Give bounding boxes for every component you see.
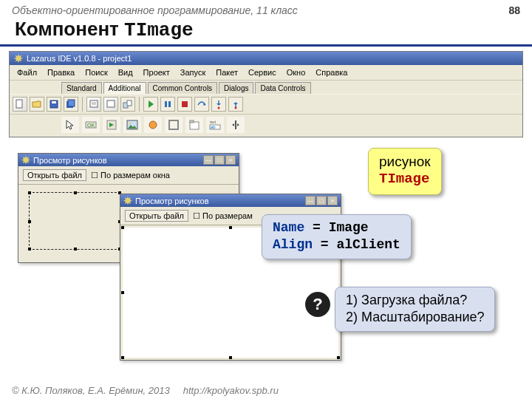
menu-file[interactable]: Файл bbox=[13, 66, 41, 78]
menu-window[interactable]: Окно bbox=[282, 66, 310, 78]
svg-point-14 bbox=[218, 107, 220, 109]
minimize-button[interactable]: — bbox=[203, 155, 214, 165]
pause-button[interactable] bbox=[160, 97, 175, 112]
equals: = bbox=[313, 237, 336, 252]
bevel-icon[interactable] bbox=[165, 117, 183, 133]
shape-icon[interactable] bbox=[144, 117, 162, 133]
svg-point-21 bbox=[149, 121, 157, 129]
image-design-rect[interactable] bbox=[29, 192, 120, 250]
menu-help[interactable]: Справка bbox=[311, 66, 352, 78]
tab-data-controls[interactable]: Data Controls bbox=[255, 82, 310, 94]
page-number: 88 bbox=[508, 4, 520, 16]
tab-standard[interactable]: Standard bbox=[61, 82, 102, 94]
step-into-button[interactable] bbox=[211, 97, 226, 112]
svg-point-20 bbox=[129, 123, 132, 125]
toggle-form-unit-button[interactable] bbox=[120, 97, 135, 112]
svg-rect-13 bbox=[182, 101, 188, 107]
svg-point-15 bbox=[235, 107, 237, 109]
menu-run[interactable]: Запуск bbox=[176, 66, 210, 78]
maximize-button[interactable]: □ bbox=[316, 196, 327, 205]
prop-align-row: Align = alClient bbox=[273, 236, 400, 253]
run-button[interactable] bbox=[143, 97, 158, 112]
question-badge: ? bbox=[305, 292, 330, 317]
checkbox-fit[interactable]: ☐ По размерам bbox=[193, 211, 253, 221]
component-palette: OK textab bbox=[10, 114, 522, 137]
tab-additional[interactable]: Additional bbox=[103, 82, 146, 94]
ide-toolbar bbox=[10, 94, 522, 114]
callout-timage: рисунок TImage bbox=[368, 148, 442, 195]
gear-icon bbox=[14, 54, 23, 63]
prop-name-row: Name = Image bbox=[273, 219, 400, 236]
svg-text:OK: OK bbox=[87, 123, 95, 128]
ide-menubar: Файл Правка Поиск Вид Проект Запуск Паке… bbox=[10, 65, 522, 81]
checkbox-fit-label: По размерам окна bbox=[100, 171, 170, 180]
callout-questions: 1) Загрузка файла? 2) Масштабирование? bbox=[335, 287, 495, 332]
svg-rect-12 bbox=[168, 101, 171, 107]
menu-search[interactable]: Поиск bbox=[81, 66, 112, 78]
checkbox-fit[interactable]: ☐ По размерам окна bbox=[91, 171, 170, 180]
svg-rect-0 bbox=[16, 100, 22, 108]
close-button[interactable]: × bbox=[327, 196, 338, 205]
notebook-icon[interactable] bbox=[185, 117, 203, 133]
prop-name-key: Name bbox=[273, 220, 304, 235]
open-file-button[interactable]: Открыть файл bbox=[125, 210, 188, 222]
course-label: Объектно-ориентированное программировани… bbox=[12, 4, 298, 16]
open-button[interactable] bbox=[30, 97, 44, 112]
gear-icon bbox=[123, 197, 132, 205]
svg-rect-10 bbox=[127, 100, 132, 106]
step-out-button[interactable] bbox=[228, 97, 243, 112]
menu-project[interactable]: Проект bbox=[139, 66, 174, 78]
bitbtn-icon[interactable]: OK bbox=[82, 117, 100, 133]
close-button[interactable]: × bbox=[225, 155, 236, 165]
labelededit-icon[interactable]: textab bbox=[206, 117, 224, 133]
toolbar-separator bbox=[82, 97, 83, 112]
menu-package[interactable]: Пакет bbox=[211, 66, 242, 78]
open-file-button[interactable]: Открыть файл bbox=[23, 169, 86, 181]
callout-line2: TImage bbox=[379, 171, 431, 188]
question-2: 2) Масштабирование? bbox=[346, 309, 484, 326]
save-all-button[interactable] bbox=[64, 97, 78, 112]
pointer-icon[interactable] bbox=[61, 117, 79, 133]
speedbutton-icon[interactable] bbox=[103, 117, 120, 133]
ide-titlebar: Lazarus IDE v1.0.8 - project1 bbox=[10, 52, 522, 65]
equals: = bbox=[304, 220, 328, 235]
save-button[interactable] bbox=[47, 97, 61, 112]
image-icon[interactable] bbox=[123, 117, 141, 133]
new-form-button[interactable] bbox=[86, 97, 101, 112]
form-list-button[interactable] bbox=[103, 97, 118, 112]
svg-rect-4 bbox=[68, 100, 75, 106]
tab-dialogs[interactable]: Dialogs bbox=[219, 82, 253, 94]
menu-edit[interactable]: Правка bbox=[43, 66, 79, 78]
menu-view[interactable]: Вид bbox=[114, 66, 137, 78]
slide-footer: © К.Ю. Поляков, Е.А. Ерёмин, 2013 http:/… bbox=[0, 385, 532, 396]
svg-rect-2 bbox=[52, 101, 56, 103]
copyright: © К.Ю. Поляков, Е.А. Ерёмин, 2013 bbox=[12, 385, 170, 396]
stop-button[interactable] bbox=[177, 97, 192, 112]
svg-text:text: text bbox=[210, 120, 216, 124]
minimize-button[interactable]: — bbox=[305, 196, 316, 205]
prop-align-key: Align bbox=[273, 237, 313, 252]
footer-link[interactable]: http://kpolyakov.spb.ru bbox=[183, 385, 279, 396]
menu-tools[interactable]: Сервис bbox=[244, 66, 281, 78]
svg-rect-24 bbox=[190, 120, 194, 123]
ide-window: Lazarus IDE v1.0.8 - project1 Файл Правк… bbox=[9, 51, 523, 137]
form1-titlebar[interactable]: Просмотр рисунков — □ × bbox=[18, 154, 239, 166]
checkbox-fit-label: По размерам bbox=[202, 211, 253, 220]
tab-common-controls[interactable]: Common Controls bbox=[148, 82, 218, 94]
form2-titlebar[interactable]: Просмотр рисунков — □ × bbox=[120, 194, 341, 207]
svg-rect-11 bbox=[165, 101, 167, 107]
step-over-button[interactable] bbox=[194, 97, 209, 112]
splitter-icon[interactable] bbox=[227, 117, 245, 133]
ide-title: Lazarus IDE v1.0.8 - project1 bbox=[27, 54, 132, 63]
svg-rect-22 bbox=[169, 120, 178, 129]
title-prefix: Компонент bbox=[15, 18, 124, 40]
svg-text:ab: ab bbox=[211, 125, 216, 129]
new-unit-button[interactable] bbox=[13, 97, 27, 112]
svg-rect-8 bbox=[107, 100, 115, 107]
toolbar-separator-2 bbox=[139, 97, 140, 112]
title-rule bbox=[0, 44, 532, 47]
prop-name-val: Image bbox=[329, 220, 369, 235]
maximize-button[interactable]: □ bbox=[214, 155, 225, 165]
page-title: Компонент TImage bbox=[0, 18, 532, 44]
question-1: 1) Загрузка файла? bbox=[346, 292, 484, 309]
